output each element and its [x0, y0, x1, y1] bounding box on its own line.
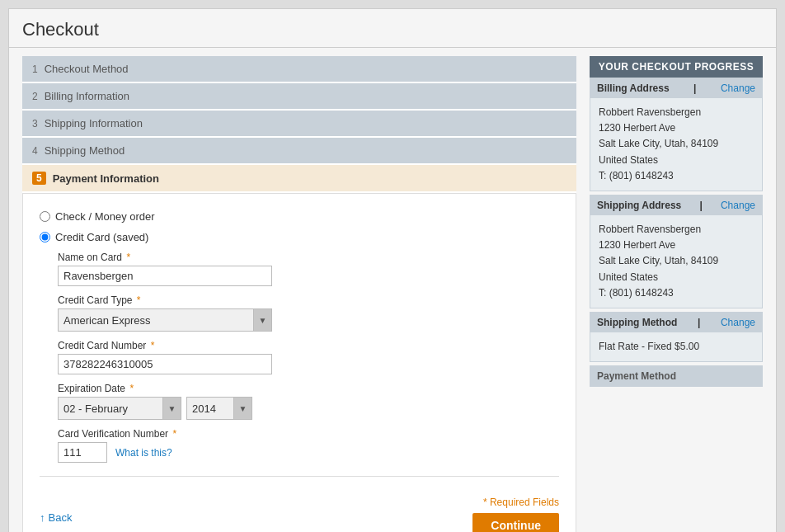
- billing-address: 1230 Herbert Ave: [599, 120, 754, 136]
- check-money-radio[interactable]: [40, 211, 50, 222]
- shipping-country: United States: [599, 270, 754, 285]
- cvv-row: What is this?: [58, 442, 559, 463]
- name-on-card-input[interactable]: [58, 266, 272, 286]
- shipping-method-body: Flat Rate - Fixed $5.00: [590, 332, 762, 361]
- progress-header: YOUR CHECKOUT PROGRESS: [590, 56, 763, 78]
- billing-address-body: Robbert Ravensbergen 1230 Herbert Ave Sa…: [590, 98, 762, 191]
- card-number-group: Credit Card Number *: [58, 340, 559, 374]
- footer-right: * Required Fields Continue: [472, 497, 559, 532]
- shipping-method-header: Shipping Method | Change: [590, 313, 762, 332]
- step-3-label: Shipping Information: [45, 117, 143, 129]
- card-type-select[interactable]: American Express Visa Mastercard Discove…: [59, 311, 253, 330]
- cvv-input[interactable]: [58, 442, 107, 463]
- back-label: Back: [49, 511, 73, 524]
- step-checkout-method: 1 Checkout Method: [22, 56, 576, 83]
- payment-option-check[interactable]: Check / Money order: [40, 210, 559, 223]
- expiry-month-select[interactable]: 01 - January 02 - February 03 - March 04…: [59, 399, 162, 418]
- page-title: Checkout: [22, 19, 763, 40]
- card-type-select-wrapper[interactable]: American Express Visa Mastercard Discove…: [58, 308, 272, 332]
- cvv-required-indicator: *: [172, 428, 176, 440]
- shipping-address-title: Shipping Address: [597, 200, 681, 211]
- step-1-num: 1: [32, 64, 38, 75]
- card-number-required-indicator: *: [151, 340, 155, 351]
- name-on-card-label: Name on Card *: [58, 252, 559, 263]
- step-2-label: Billing Information: [45, 90, 129, 102]
- checkout-page: Checkout 1 Checkout Method 2 Billing Inf…: [8, 8, 777, 532]
- main-content: 1 Checkout Method 2 Billing Information …: [9, 48, 776, 532]
- billing-address-section: Billing Address | Change Robbert Ravensb…: [590, 78, 763, 191]
- billing-change-link[interactable]: Change: [721, 82, 755, 94]
- billing-city: Salt Lake City, Utah, 84109: [599, 136, 754, 152]
- shipping-method-change-link[interactable]: Change: [721, 317, 755, 328]
- expiry-label: Expiration Date *: [58, 383, 559, 394]
- shipping-address-change-link[interactable]: Change: [721, 200, 755, 211]
- shipping-address-header: Shipping Address | Change: [590, 195, 762, 215]
- step-payment-info: 5 Payment Information: [22, 165, 576, 193]
- expiry-year-arrow-icon: ▼: [233, 398, 251, 419]
- step-2-num: 2: [32, 91, 38, 102]
- billing-country: United States: [599, 153, 754, 168]
- what-is-this-link[interactable]: What is this?: [115, 447, 172, 459]
- step-3-num: 3: [32, 118, 38, 129]
- cvv-group: Card Verification Number * What is this?: [58, 428, 559, 463]
- payment-method-section: Payment Method: [590, 365, 763, 387]
- left-column: 1 Checkout Method 2 Billing Information …: [22, 56, 576, 532]
- back-arrow-icon: ↑: [40, 511, 45, 524]
- required-note: * Required Fields: [483, 497, 559, 508]
- billing-address-title: Billing Address: [597, 82, 670, 94]
- expiry-year-select[interactable]: 2013 2014 2015 2016 2017 2018: [187, 399, 233, 418]
- step-shipping-info: 3 Shipping Information: [22, 111, 576, 138]
- expiry-required-indicator: *: [129, 383, 134, 394]
- check-money-label: Check / Money order: [55, 210, 155, 223]
- shipping-city: Salt Lake City, Utah, 84109: [599, 253, 754, 269]
- card-type-label: Credit Card Type *: [58, 294, 559, 306]
- card-number-input[interactable]: [58, 354, 272, 374]
- name-on-card-group: Name on Card *: [58, 252, 559, 286]
- billing-name: Robbert Ravensbergen: [599, 105, 754, 120]
- payment-option-credit[interactable]: Credit Card (saved): [40, 231, 559, 243]
- expiry-year-select-wrapper[interactable]: 2013 2014 2015 2016 2017 2018 ▼: [186, 397, 252, 420]
- card-type-arrow-icon: ▼: [253, 309, 271, 331]
- shipping-address-section: Shipping Address | Change Robbert Ravens…: [590, 195, 763, 308]
- expiry-month-select-wrapper[interactable]: 01 - January 02 - February 03 - March 04…: [58, 397, 181, 420]
- card-type-group: Credit Card Type * American Express Visa…: [58, 294, 559, 332]
- billing-separator: |: [693, 82, 696, 94]
- shipping-method-section: Shipping Method | Change Flat Rate - Fix…: [590, 312, 763, 362]
- right-column: YOUR CHECKOUT PROGRESS Billing Address |…: [590, 56, 763, 532]
- page-header: Checkout: [9, 9, 776, 48]
- step-1-label: Checkout Method: [45, 63, 129, 75]
- billing-address-header: Billing Address | Change: [590, 78, 762, 98]
- form-footer: ↑ Back * Required Fields Continue: [40, 490, 559, 532]
- shipping-method-separator: |: [698, 317, 700, 328]
- card-type-required-indicator: *: [137, 294, 141, 306]
- name-required-indicator: *: [126, 252, 130, 263]
- shipping-address-line: 1230 Herbert Ave: [599, 238, 754, 253]
- step-shipping-method: 4 Shipping Method: [22, 138, 576, 165]
- step-4-num: 4: [32, 145, 38, 157]
- expiry-month-arrow-icon: ▼: [162, 398, 181, 419]
- shipping-name: Robbert Ravensbergen: [599, 222, 754, 238]
- step-billing-info: 2 Billing Information: [22, 83, 576, 111]
- credit-card-label: Credit Card (saved): [55, 231, 148, 243]
- back-link[interactable]: ↑ Back: [40, 511, 72, 524]
- expiry-row: 01 - January 02 - February 03 - March 04…: [58, 397, 559, 420]
- shipping-method-title: Shipping Method: [597, 317, 677, 328]
- shipping-address-separator: |: [699, 200, 702, 211]
- expiry-group: Expiration Date * 01 - January 02 - Febr…: [58, 383, 559, 420]
- step-5-label: Payment Information: [53, 172, 159, 185]
- continue-button[interactable]: Continue: [472, 513, 559, 532]
- shipping-method-value: Flat Rate - Fixed $5.00: [599, 339, 754, 355]
- shipping-phone: T: (801) 6148243: [599, 285, 754, 301]
- credit-card-radio[interactable]: [40, 232, 50, 242]
- billing-phone: T: (801) 6148243: [599, 168, 754, 184]
- shipping-address-body: Robbert Ravensbergen 1230 Herbert Ave Sa…: [590, 215, 762, 308]
- payment-method-header: Payment Method: [590, 366, 762, 386]
- card-number-label: Credit Card Number *: [58, 340, 559, 351]
- step-4-label: Shipping Method: [45, 144, 125, 157]
- step-5-num: 5: [32, 172, 46, 185]
- form-divider: [40, 476, 559, 477]
- cvv-label: Card Verification Number *: [58, 428, 559, 440]
- payment-form-section: Check / Money order Credit Card (saved) …: [22, 193, 576, 532]
